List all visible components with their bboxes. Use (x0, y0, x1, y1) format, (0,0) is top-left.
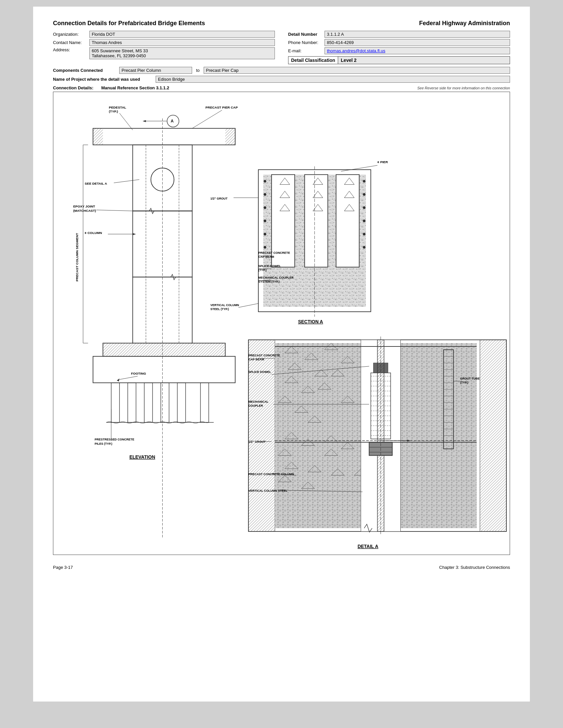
connection-details-note: See Reverse side for more information on… (417, 86, 510, 90)
detail-num-value: 3.1.1.2 A (325, 31, 510, 38)
title-right: Federal Highway Administration (419, 20, 510, 27)
svg-rect-107 (480, 340, 506, 531)
svg-point-68 (263, 180, 266, 183)
svg-point-79 (363, 246, 366, 249)
info-right: Detail Number 3.1.1.2 A Phone Number: 85… (288, 31, 510, 64)
svg-text:ELEVATION: ELEVATION (129, 454, 155, 460)
address-label: Address: (53, 47, 89, 52)
org-row: Organization: Florida DOT (53, 31, 275, 38)
svg-rect-24 (225, 128, 235, 145)
svg-text:¢ COLUMN: ¢ COLUMN (85, 231, 102, 235)
svg-text:VERTICAL COLUMN: VERTICAL COLUMN (210, 303, 239, 307)
svg-line-36 (114, 180, 139, 183)
svg-text:SPLICE DOWEL: SPLICE DOWEL (248, 370, 271, 374)
svg-line-15 (119, 113, 133, 130)
svg-text:DETAIL A: DETAIL A (358, 544, 379, 549)
detail-class-value: Level 2 (338, 56, 510, 64)
svg-text:COUPLER: COUPLER (248, 404, 263, 407)
svg-text:(TYP.): (TYP.) (460, 381, 468, 384)
project-row: Name of Project where the detail was use… (53, 76, 510, 83)
svg-marker-47 (117, 379, 119, 382)
components-to-word: to (196, 68, 200, 73)
svg-rect-106 (248, 340, 275, 531)
svg-rect-23 (93, 128, 103, 145)
svg-rect-53 (200, 383, 209, 423)
svg-text:A: A (170, 119, 173, 123)
svg-point-70 (263, 206, 266, 209)
svg-point-75 (363, 193, 366, 196)
page: Connection Details for Prefabricated Bri… (33, 7, 530, 702)
svg-text:1/2" GROUT: 1/2" GROUT (248, 440, 265, 443)
phone-row: Phone Number: 850-414-4269 (288, 39, 510, 46)
svg-rect-50 (144, 383, 153, 423)
svg-text:VERTICAL COLUMN STEEL: VERTICAL COLUMN STEEL (248, 489, 288, 492)
info-left: Organization: Florida DOT Contact Name: … (53, 31, 275, 64)
svg-text:PEDESTAL: PEDESTAL (109, 106, 126, 109)
address-row: Address: 605 Suwannee Street, MS 33 Tall… (53, 47, 275, 59)
svg-text:MECHANICAL COUPLER: MECHANICAL COUPLER (258, 276, 294, 279)
svg-text:GROUT TUBE: GROUT TUBE (460, 377, 480, 380)
svg-text:PRECAST CONCRETE: PRECAST CONCRETE (248, 354, 280, 357)
detail-class-row: Detail Classification Level 2 (288, 56, 510, 64)
svg-text:MECHANICAL: MECHANICAL (248, 400, 268, 403)
detail-class-label: Detail Classification (288, 56, 338, 64)
svg-text:(TYP.): (TYP.) (109, 110, 118, 113)
svg-rect-22 (93, 128, 235, 145)
footer-chapter: Chapter 3: Substructure Connections (439, 565, 510, 570)
svg-text:CAP BEAM: CAP BEAM (248, 358, 264, 361)
svg-marker-34 (133, 233, 136, 235)
connection-details-ref: Manual Reference Section 3.1.1.2 (101, 85, 169, 90)
svg-line-29 (96, 210, 133, 211)
svg-rect-51 (161, 383, 169, 423)
footer: Page 3-17 Chapter 3: Substructure Connec… (53, 565, 510, 570)
svg-text:SEE DETAIL A: SEE DETAIL A (85, 182, 107, 185)
components-row: Components Connected Precast Pier Column… (53, 67, 510, 74)
connection-details-label: Connection Details: (53, 85, 93, 90)
org-label: Organization: (53, 32, 89, 37)
components-from: Precast Pier Column (119, 67, 192, 74)
footer-page: Page 3-17 (53, 565, 73, 570)
header: Connection Details for Prefabricated Bri… (53, 20, 510, 27)
svg-text:PRESTRESSED CONCRETE: PRESTRESSED CONCRETE (95, 438, 134, 441)
connection-details-row: Connection Details: Manual Reference Sec… (53, 85, 510, 90)
svg-point-72 (263, 233, 266, 235)
svg-point-77 (363, 219, 366, 222)
svg-text:PRECAST COLUMN SEGMENT: PRECAST COLUMN SEGMENT (75, 233, 79, 281)
svg-rect-52 (177, 383, 185, 423)
svg-point-76 (363, 206, 366, 209)
svg-rect-44 (93, 356, 235, 383)
svg-text:SPLICE DOWEL: SPLICE DOWEL (258, 264, 281, 268)
phone-label: Phone Number: (288, 40, 325, 45)
components-label: Components Connected (53, 68, 119, 73)
svg-point-71 (263, 219, 266, 222)
detail-num-row: Detail Number 3.1.1.2 A (288, 31, 510, 38)
org-value: Florida DOT (89, 31, 275, 38)
detail-num-label: Detail Number (288, 32, 325, 37)
email-value[interactable]: thomas.andres@dot.stata.fl.us (325, 47, 510, 54)
svg-point-69 (263, 193, 266, 196)
svg-rect-66 (305, 175, 328, 267)
svg-rect-67 (336, 175, 359, 267)
svg-text:FOOTING: FOOTING (131, 372, 146, 375)
info-grid: Organization: Florida DOT Contact Name: … (53, 31, 510, 64)
svg-text:EPOXY JOINT: EPOXY JOINT (73, 205, 95, 208)
contact-label: Contact Name: (53, 40, 89, 45)
svg-text:1/2" GROUT: 1/2" GROUT (210, 197, 227, 200)
technical-drawing: PEDESTAL (TYP.) PRECAST PIER CAP A (53, 92, 510, 555)
address-value: 605 Suwannee Street, MS 33 Tallahassee, … (89, 47, 275, 59)
svg-text:PRECAST CONCRETE: PRECAST CONCRETE (258, 251, 290, 254)
project-value: Edison Bridge (156, 76, 510, 83)
svg-text:(MATCHCAST): (MATCHCAST) (73, 209, 96, 212)
svg-rect-49 (128, 383, 136, 423)
svg-text:¢ PIER: ¢ PIER (378, 160, 388, 164)
title-left: Connection Details for Prefabricated Bri… (53, 20, 205, 27)
connection-details-left: Connection Details: Manual Reference Sec… (53, 85, 169, 90)
contact-row: Contact Name: Thomas Andres (53, 39, 275, 46)
components-to: Precast Pier Cap (204, 67, 510, 74)
email-label: E-mail: (288, 48, 325, 53)
svg-text:SECTION A: SECTION A (298, 319, 323, 324)
svg-text:CAP BEAM: CAP BEAM (258, 255, 274, 258)
svg-line-17 (192, 110, 222, 128)
svg-rect-48 (111, 383, 119, 423)
svg-text:PRECAST PIER CAP: PRECAST PIER CAP (205, 106, 238, 109)
